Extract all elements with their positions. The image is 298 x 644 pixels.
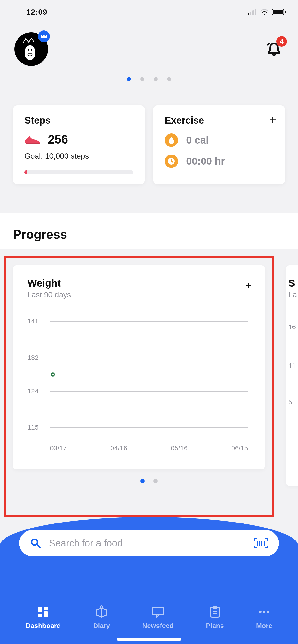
steps-progress-bar: [25, 170, 133, 174]
svg-rect-15: [259, 541, 260, 546]
svg-rect-5: [272, 10, 283, 14]
svg-rect-25: [152, 607, 164, 615]
svg-rect-18: [264, 541, 265, 546]
flame-icon: [165, 134, 178, 147]
bottom-nav-area: Search for a food Dashboard: [0, 517, 298, 644]
bottom-nav: Dashboard Diary Newsfeed Plan: [0, 605, 298, 630]
chart-gridline: [50, 321, 248, 322]
notifications-button[interactable]: 4: [264, 40, 284, 59]
carousel-dot[interactable]: [140, 479, 145, 483]
chart-xtick: 03/17: [50, 444, 67, 452]
chart-xtick: 05/16: [171, 444, 188, 452]
svg-rect-21: [38, 614, 42, 617]
svg-rect-0: [248, 13, 249, 15]
svg-rect-20: [44, 606, 48, 610]
svg-rect-1: [250, 12, 251, 15]
chart-ytick: 124: [27, 388, 39, 395]
svg-point-8: [28, 49, 29, 50]
nav-dashboard[interactable]: Dashboard: [26, 605, 61, 630]
exercise-card-title: Exercise: [165, 115, 273, 126]
peek-ytick: 16: [288, 323, 298, 331]
dashboard-icon: [37, 605, 50, 618]
progress-card-peek[interactable]: S La 16 11 5: [286, 266, 298, 486]
chart-xaxis: 03/17 04/16 05/16 06/15: [50, 444, 248, 452]
nav-label: More: [256, 622, 272, 630]
battery-icon: [272, 8, 286, 15]
notification-count-badge: 4: [276, 36, 287, 47]
peek-title: S: [288, 278, 298, 289]
carousel-dot[interactable]: [153, 479, 158, 483]
nav-newsfeed[interactable]: Newsfeed: [142, 605, 174, 630]
carousel-dot[interactable]: [140, 77, 144, 81]
chart-ytick: 115: [27, 424, 39, 431]
status-icons: [248, 8, 286, 15]
app-header: 4: [0, 24, 298, 74]
weight-card-subtitle: Last 90 days: [27, 290, 250, 299]
carousel-dot[interactable]: [154, 77, 158, 81]
progress-carousel-dots[interactable]: [0, 469, 298, 483]
svg-rect-19: [38, 606, 42, 612]
wifi-icon: [260, 9, 269, 15]
exercise-calories: 0 cal: [186, 134, 209, 146]
carousel-dot[interactable]: [127, 77, 131, 81]
food-search[interactable]: Search for a food: [19, 530, 279, 556]
svg-line-13: [37, 544, 40, 548]
svg-point-31: [263, 611, 265, 613]
clock-icon: [165, 154, 178, 168]
add-exercise-button[interactable]: +: [269, 114, 276, 126]
progress-title: Progress: [0, 227, 298, 249]
plans-icon: [209, 605, 221, 618]
search-icon: [30, 538, 41, 548]
top-carousel-dots[interactable]: [0, 74, 298, 84]
exercise-card[interactable]: Exercise + 0 cal 00:00 hr: [153, 106, 285, 184]
diary-icon: [95, 605, 108, 618]
svg-line-10: [268, 43, 269, 45]
progress-carousel[interactable]: Weight Last 90 days + 141 132 124 115 03…: [0, 249, 298, 495]
carousel-dot[interactable]: [167, 77, 171, 81]
weight-chart: 141 132 124 115 03/17 04/16 05/16 06/15: [27, 314, 250, 443]
steps-card-title: Steps: [25, 115, 133, 126]
summary-cards-row: Steps 256 Goal: 10,000 steps Exercise + …: [0, 84, 298, 213]
search-placeholder: Search for a food: [49, 538, 246, 549]
steps-count: 256: [48, 132, 68, 146]
svg-rect-6: [284, 11, 286, 13]
cellular-icon: [248, 9, 257, 15]
peek-ytick: 5: [288, 398, 298, 406]
svg-rect-17: [263, 541, 263, 546]
weight-card[interactable]: Weight Last 90 days + 141 132 124 115 03…: [13, 266, 265, 469]
steps-progress-fill: [25, 170, 27, 174]
status-time: 12:09: [26, 8, 47, 16]
status-bar: 12:09: [0, 0, 298, 24]
more-icon: [257, 605, 271, 618]
chart-gridline: [50, 391, 248, 392]
chart-xtick: 06/15: [231, 444, 248, 452]
svg-point-32: [267, 611, 269, 613]
add-weight-button[interactable]: +: [245, 280, 252, 291]
chart-gridline: [50, 428, 248, 428]
nav-more[interactable]: More: [256, 605, 272, 630]
nav-label: Dashboard: [26, 622, 61, 630]
steps-card[interactable]: Steps 256 Goal: 10,000 steps: [13, 106, 145, 184]
chart-data-point: [51, 372, 55, 376]
exercise-duration: 00:00 hr: [186, 156, 225, 167]
svg-rect-2: [252, 10, 254, 15]
nav-label: Plans: [206, 622, 224, 630]
barcode-scan-icon[interactable]: [254, 538, 268, 548]
crown-icon: [41, 34, 47, 39]
nav-diary[interactable]: Diary: [93, 605, 110, 630]
chart-xtick: 04/16: [110, 444, 127, 452]
nav-label: Diary: [93, 622, 110, 630]
chart-ytick: 132: [27, 354, 39, 362]
premium-badge: [38, 30, 50, 42]
progress-section: Progress: [0, 213, 298, 249]
chart-gridline: [50, 358, 248, 358]
svg-rect-22: [44, 612, 48, 617]
svg-point-7: [25, 45, 35, 60]
profile-avatar[interactable]: [14, 32, 48, 66]
home-indicator[interactable]: [117, 638, 181, 641]
weight-card-title: Weight: [27, 278, 250, 289]
peek-ytick: 11: [288, 362, 298, 370]
steps-goal-text: Goal: 10,000 steps: [25, 152, 133, 160]
nav-plans[interactable]: Plans: [206, 605, 224, 630]
svg-rect-3: [255, 9, 256, 15]
